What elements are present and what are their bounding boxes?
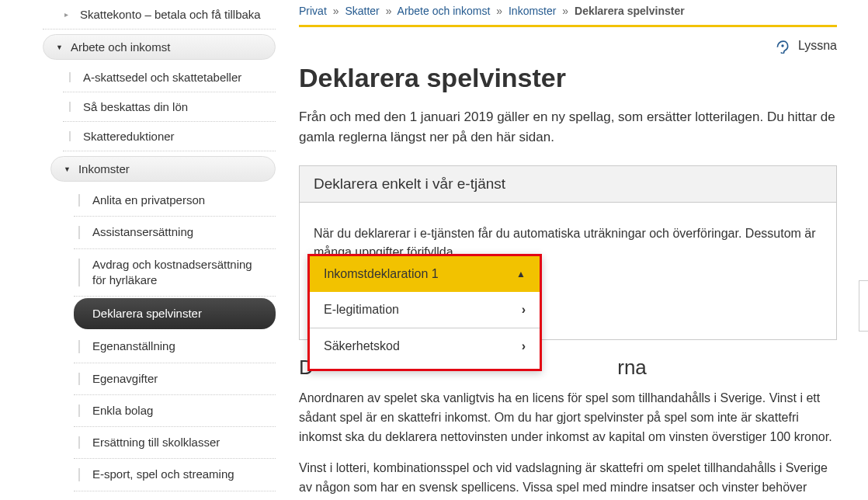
date-chip: 07-03 — [859, 280, 868, 332]
sidebar: ▸ Skattekonto – betala och få tillbaka ▼… — [0, 0, 283, 500]
sidebar-section-label: Arbete och inkomst — [71, 40, 170, 54]
dropdown-option-elegitimation[interactable]: E-legitimation › — [310, 292, 540, 328]
breadcrumb-sep: » — [562, 5, 568, 17]
sidebar-section-inkomster[interactable]: ▼ Inkomster — [50, 156, 276, 182]
sidebar-item-label: Skattereduktioner — [83, 130, 175, 143]
body-paragraph-1: Anordnaren av spelet ska vanligtvis ha e… — [299, 389, 837, 446]
login-dropdown: Inkomstdeklaration 1 ▲ E-legitimation › … — [307, 254, 542, 371]
sidebar-item-avdrag[interactable]: Avdrag och kostnadsersättning för hyrläk… — [74, 249, 276, 297]
sidebar-section-arbete[interactable]: ▼ Arbete och inkomst — [43, 34, 276, 60]
sidebar-item-egenanstallning[interactable]: Egenanställning — [74, 331, 276, 363]
listen-label: Lyssna — [798, 39, 837, 53]
breadcrumb-link-privat[interactable]: Privat — [299, 5, 327, 17]
chevron-up-icon: ▲ — [516, 269, 526, 280]
sidebar-item-enklabolag[interactable]: Enkla bolag — [74, 395, 276, 427]
breadcrumb-current: Deklarera spelvinster — [575, 5, 685, 17]
breadcrumb-sep: » — [496, 5, 502, 17]
sidebar-item-label: Så beskattas din lön — [83, 100, 188, 113]
sidebar-item-label: E-sport, spel och streaming — [92, 467, 234, 481]
main-content: Privat » Skatter » Arbete och inkomst » … — [283, 0, 868, 500]
sidebar-item-anlita[interactable]: Anlita en privatperson — [74, 185, 276, 217]
sidebar-item-esport[interactable]: E-sport, spel och streaming — [74, 459, 276, 491]
sidebar-item-label: Assistansersättning — [92, 225, 193, 238]
sidebar-item-label: A-skattsedel och skattetabeller — [83, 71, 241, 84]
breadcrumb-sep: » — [386, 5, 392, 17]
sidebar-item-label: Anlita en privatperson — [92, 193, 205, 207]
listen-button[interactable]: Lyssna — [299, 27, 837, 58]
sidebar-sublist-inkomster: Anlita en privatperson Assistansersättni… — [43, 185, 276, 500]
breadcrumb-link-arbete[interactable]: Arbete och inkomst — [398, 5, 491, 17]
chevron-down-icon: ▼ — [56, 43, 63, 51]
breadcrumb-link-skatter[interactable]: Skatter — [345, 5, 379, 17]
svg-point-0 — [781, 44, 783, 47]
ear-icon — [775, 38, 790, 54]
breadcrumb-link-inkomster[interactable]: Inkomster — [509, 5, 556, 17]
chevron-down-icon: ▼ — [64, 165, 71, 173]
sidebar-item-label: Deklarera spelvinster — [92, 307, 202, 320]
sidebar-item-skattereduktioner[interactable]: Skattereduktioner — [63, 122, 276, 151]
dropdown-option-sakerhetskod[interactable]: Säkerhetskod › — [310, 328, 540, 364]
dropdown-option-label: Säkerhetskod — [324, 339, 400, 353]
sidebar-item-label: Skattekonto – betala och få tillbaka — [80, 8, 261, 21]
sidebar-item-familjehem[interactable]: Familjehem — [74, 491, 276, 501]
sidebar-section-label: Inkomster — [78, 162, 130, 175]
body-paragraph-2: Vinst i lotteri, kombinationsspel och vi… — [299, 459, 837, 498]
dropdown-selected[interactable]: Inkomstdeklaration 1 ▲ — [310, 256, 540, 292]
chevron-right-icon: › — [522, 303, 526, 317]
chevron-right-icon: ▸ — [64, 10, 68, 19]
chevron-right-icon: › — [522, 339, 526, 353]
sidebar-item-label: Egenanställning — [92, 339, 175, 352]
dropdown-selected-label: Inkomstdeklaration 1 — [324, 267, 439, 281]
heading-fragment-right: rna — [617, 356, 647, 379]
sidebar-item-egenavgifter[interactable]: Egenavgifter — [74, 363, 276, 395]
sidebar-item-label: Ersättning till skolklasser — [92, 436, 220, 449]
sidebar-item-deklarera-spelvinster[interactable]: Deklarera spelvinster — [74, 298, 276, 329]
sidebar-item-label: Avdrag och kostnadsersättning för hyrläk… — [92, 258, 252, 286]
sidebar-item-label: Egenavgifter — [92, 372, 158, 385]
page-title: Deklarera spelvinster — [299, 63, 837, 93]
panel-heading: Deklarera enkelt i vår e-tjänst — [300, 166, 836, 203]
intro-text: Från och med den 1 januari 2019 gäller e… — [299, 107, 837, 147]
sidebar-item-label: Enkla bolag — [92, 404, 153, 417]
dropdown-option-label: E-legitimation — [324, 303, 399, 317]
sidebar-sublist-arbete: A-skattsedel och skattetabeller Så beska… — [43, 63, 276, 151]
sidebar-item-skattekonto[interactable]: ▸ Skattekonto – betala och få tillbaka — [43, 0, 276, 30]
sidebar-item-ersattning-skolklasser[interactable]: Ersättning till skolklasser — [74, 427, 276, 459]
breadcrumb-sep: » — [333, 5, 339, 17]
sidebar-item-askattsedel[interactable]: A-skattsedel och skattetabeller — [63, 63, 276, 92]
sidebar-item-sabeskattas[interactable]: Så beskattas din lön — [63, 92, 276, 122]
sidebar-item-assistans[interactable]: Assistansersättning — [74, 217, 276, 248]
breadcrumb: Privat » Skatter » Arbete och inkomst » … — [299, 0, 837, 27]
